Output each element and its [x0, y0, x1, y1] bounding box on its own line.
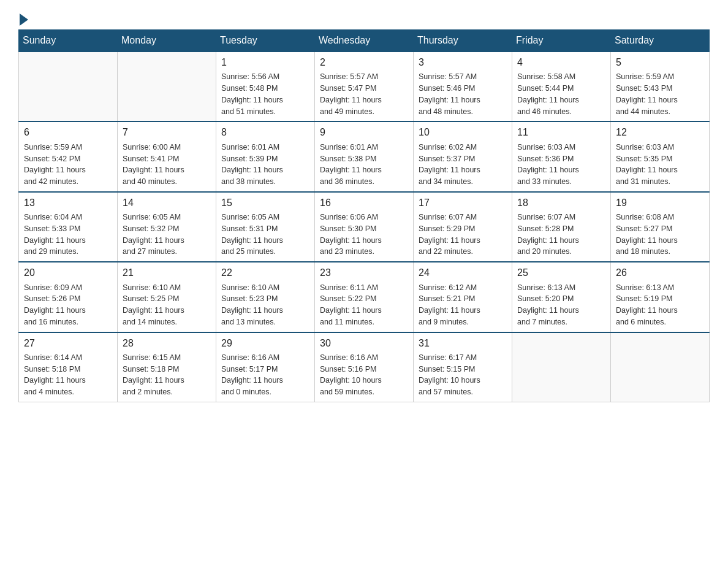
calendar-cell: 24Sunrise: 6:12 AMSunset: 5:21 PMDayligh…	[414, 262, 512, 332]
day-number: 5	[616, 56, 704, 69]
calendar-cell: 11Sunrise: 6:03 AMSunset: 5:36 PMDayligh…	[512, 121, 611, 191]
calendar-cell: 4Sunrise: 5:58 AMSunset: 5:44 PMDaylight…	[512, 52, 611, 121]
day-number: 9	[320, 126, 408, 139]
calendar-cell: 25Sunrise: 6:13 AMSunset: 5:20 PMDayligh…	[512, 262, 611, 332]
day-sun-info: Sunrise: 6:16 AMSunset: 5:17 PMDaylight:…	[221, 352, 309, 398]
calendar-week-1: 1Sunrise: 5:56 AMSunset: 5:48 PMDaylight…	[19, 52, 710, 121]
calendar-cell: 26Sunrise: 6:13 AMSunset: 5:19 PMDayligh…	[611, 262, 710, 332]
day-number: 10	[419, 126, 507, 139]
day-sun-info: Sunrise: 5:57 AMSunset: 5:47 PMDaylight:…	[320, 71, 408, 117]
day-sun-info: Sunrise: 6:01 AMSunset: 5:39 PMDaylight:…	[221, 142, 309, 188]
calendar-cell: 3Sunrise: 5:57 AMSunset: 5:46 PMDaylight…	[414, 52, 512, 121]
day-sun-info: Sunrise: 6:05 AMSunset: 5:31 PMDaylight:…	[221, 212, 309, 258]
calendar-week-5: 27Sunrise: 6:14 AMSunset: 5:18 PMDayligh…	[19, 332, 710, 402]
day-number: 3	[419, 56, 507, 69]
calendar-cell: 18Sunrise: 6:07 AMSunset: 5:28 PMDayligh…	[512, 192, 611, 262]
day-sun-info: Sunrise: 6:05 AMSunset: 5:32 PMDaylight:…	[123, 212, 211, 258]
day-sun-info: Sunrise: 6:16 AMSunset: 5:16 PMDaylight:…	[320, 352, 408, 398]
weekday-header-row: SundayMondayTuesdayWednesdayThursdayFrid…	[19, 30, 710, 52]
calendar-week-4: 20Sunrise: 6:09 AMSunset: 5:26 PMDayligh…	[19, 262, 710, 332]
calendar-cell: 21Sunrise: 6:10 AMSunset: 5:25 PMDayligh…	[118, 262, 216, 332]
day-sun-info: Sunrise: 6:06 AMSunset: 5:30 PMDaylight:…	[320, 212, 408, 258]
day-number: 29	[221, 337, 309, 350]
day-sun-info: Sunrise: 5:57 AMSunset: 5:46 PMDaylight:…	[419, 71, 507, 117]
logo-arrow-icon	[20, 13, 28, 26]
day-sun-info: Sunrise: 6:03 AMSunset: 5:35 PMDaylight:…	[616, 142, 704, 188]
day-sun-info: Sunrise: 6:10 AMSunset: 5:23 PMDaylight:…	[221, 282, 309, 328]
calendar-cell: 31Sunrise: 6:17 AMSunset: 5:15 PMDayligh…	[414, 332, 512, 402]
calendar-cell	[19, 52, 118, 121]
day-sun-info: Sunrise: 6:02 AMSunset: 5:37 PMDaylight:…	[419, 142, 507, 188]
calendar-cell: 27Sunrise: 6:14 AMSunset: 5:18 PMDayligh…	[19, 332, 118, 402]
calendar-cell: 7Sunrise: 6:00 AMSunset: 5:41 PMDaylight…	[118, 121, 216, 191]
day-sun-info: Sunrise: 5:58 AMSunset: 5:44 PMDaylight:…	[517, 71, 605, 117]
day-sun-info: Sunrise: 6:17 AMSunset: 5:15 PMDaylight:…	[419, 352, 507, 398]
day-number: 15	[221, 196, 309, 210]
day-number: 8	[221, 126, 309, 139]
calendar-cell: 10Sunrise: 6:02 AMSunset: 5:37 PMDayligh…	[414, 121, 512, 191]
day-sun-info: Sunrise: 5:56 AMSunset: 5:48 PMDaylight:…	[221, 71, 309, 117]
calendar-table: SundayMondayTuesdayWednesdayThursdayFrid…	[18, 29, 710, 402]
day-sun-info: Sunrise: 6:13 AMSunset: 5:19 PMDaylight:…	[616, 282, 704, 328]
calendar-cell: 23Sunrise: 6:11 AMSunset: 5:22 PMDayligh…	[315, 262, 414, 332]
day-number: 11	[517, 126, 605, 139]
calendar-cell	[611, 332, 710, 402]
day-number: 18	[517, 196, 605, 210]
day-number: 30	[320, 337, 408, 350]
day-number: 21	[123, 266, 211, 280]
calendar-cell: 5Sunrise: 5:59 AMSunset: 5:43 PMDaylight…	[611, 52, 710, 121]
day-sun-info: Sunrise: 6:14 AMSunset: 5:18 PMDaylight:…	[24, 352, 112, 398]
day-number: 23	[320, 266, 408, 280]
day-number: 2	[320, 56, 408, 69]
calendar-cell: 16Sunrise: 6:06 AMSunset: 5:30 PMDayligh…	[315, 192, 414, 262]
calendar-cell: 1Sunrise: 5:56 AMSunset: 5:48 PMDaylight…	[216, 52, 315, 121]
day-number: 12	[616, 126, 704, 139]
day-sun-info: Sunrise: 6:12 AMSunset: 5:21 PMDaylight:…	[419, 282, 507, 328]
day-number: 27	[24, 337, 112, 350]
calendar-cell: 9Sunrise: 6:01 AMSunset: 5:38 PMDaylight…	[315, 121, 414, 191]
calendar-cell: 14Sunrise: 6:05 AMSunset: 5:32 PMDayligh…	[118, 192, 216, 262]
calendar-cell: 2Sunrise: 5:57 AMSunset: 5:47 PMDaylight…	[315, 52, 414, 121]
day-sun-info: Sunrise: 6:15 AMSunset: 5:18 PMDaylight:…	[123, 352, 211, 398]
calendar-cell: 20Sunrise: 6:09 AMSunset: 5:26 PMDayligh…	[19, 262, 118, 332]
weekday-header-monday: Monday	[118, 30, 216, 52]
day-number: 22	[221, 266, 309, 280]
calendar-cell: 29Sunrise: 6:16 AMSunset: 5:17 PMDayligh…	[216, 332, 315, 402]
day-sun-info: Sunrise: 6:01 AMSunset: 5:38 PMDaylight:…	[320, 142, 408, 188]
calendar-cell: 13Sunrise: 6:04 AMSunset: 5:33 PMDayligh…	[19, 192, 118, 262]
day-number: 13	[24, 196, 112, 210]
day-sun-info: Sunrise: 6:08 AMSunset: 5:27 PMDaylight:…	[616, 212, 704, 258]
calendar-cell: 15Sunrise: 6:05 AMSunset: 5:31 PMDayligh…	[216, 192, 315, 262]
day-sun-info: Sunrise: 6:10 AMSunset: 5:25 PMDaylight:…	[123, 282, 211, 328]
day-sun-info: Sunrise: 6:04 AMSunset: 5:33 PMDaylight:…	[24, 212, 112, 258]
weekday-header-tuesday: Tuesday	[216, 30, 315, 52]
day-number: 28	[123, 337, 211, 350]
calendar-week-3: 13Sunrise: 6:04 AMSunset: 5:33 PMDayligh…	[19, 192, 710, 262]
calendar-cell: 17Sunrise: 6:07 AMSunset: 5:29 PMDayligh…	[414, 192, 512, 262]
day-sun-info: Sunrise: 6:03 AMSunset: 5:36 PMDaylight:…	[517, 142, 605, 188]
day-number: 14	[123, 196, 211, 210]
day-sun-info: Sunrise: 5:59 AMSunset: 5:42 PMDaylight:…	[24, 142, 112, 188]
day-number: 31	[419, 337, 507, 350]
day-number: 4	[517, 56, 605, 69]
weekday-header-wednesday: Wednesday	[315, 30, 414, 52]
day-sun-info: Sunrise: 6:13 AMSunset: 5:20 PMDaylight:…	[517, 282, 605, 328]
weekday-header-saturday: Saturday	[611, 30, 710, 52]
calendar-cell: 28Sunrise: 6:15 AMSunset: 5:18 PMDayligh…	[118, 332, 216, 402]
day-number: 6	[24, 126, 112, 139]
day-number: 26	[616, 266, 704, 280]
day-number: 17	[419, 196, 507, 210]
day-sun-info: Sunrise: 6:00 AMSunset: 5:41 PMDaylight:…	[123, 142, 211, 188]
day-sun-info: Sunrise: 6:07 AMSunset: 5:28 PMDaylight:…	[517, 212, 605, 258]
weekday-header-thursday: Thursday	[414, 30, 512, 52]
day-sun-info: Sunrise: 6:11 AMSunset: 5:22 PMDaylight:…	[320, 282, 408, 328]
day-number: 20	[24, 266, 112, 280]
day-number: 24	[419, 266, 507, 280]
calendar-cell	[118, 52, 216, 121]
day-number: 25	[517, 266, 605, 280]
page-header	[18, 12, 710, 23]
day-sun-info: Sunrise: 6:07 AMSunset: 5:29 PMDaylight:…	[419, 212, 507, 258]
day-number: 16	[320, 196, 408, 210]
day-number: 7	[123, 126, 211, 139]
calendar-cell: 12Sunrise: 6:03 AMSunset: 5:35 PMDayligh…	[611, 121, 710, 191]
